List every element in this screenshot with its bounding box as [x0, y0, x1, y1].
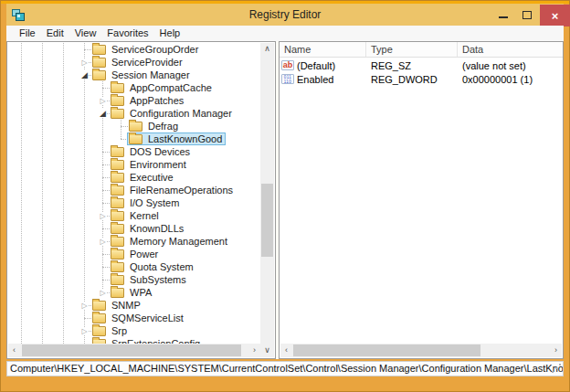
expander-expanded-icon[interactable]: ◢: [99, 109, 107, 118]
menu-file[interactable]: File: [14, 26, 41, 41]
menu-help[interactable]: Help: [154, 26, 186, 41]
scroll-right-icon[interactable]: ›: [248, 344, 260, 356]
tree-item-label: Session Manager: [109, 69, 193, 81]
tree-connector[interactable]: ▷: [79, 299, 90, 312]
tree-item-memory-management[interactable]: ▷Memory Management: [8, 235, 260, 248]
scroll-left-icon[interactable]: ‹: [8, 344, 20, 356]
folder-icon: [111, 160, 124, 170]
expander-collapsed-icon[interactable]: ▷: [99, 212, 106, 220]
tree-item-label: SrpExtensionConfig: [109, 338, 203, 344]
folder-icon: [111, 262, 124, 272]
folder-icon: [111, 237, 124, 247]
tree-item-configuration-manager[interactable]: ◢Configuration Manager: [8, 107, 260, 120]
tree-item-knowndlls[interactable]: KnownDLLs: [8, 222, 260, 235]
folder-icon: [129, 122, 142, 132]
expander-collapsed-icon[interactable]: ▷: [80, 327, 88, 335]
tree-item-kernel[interactable]: ▷Kernel: [8, 209, 260, 222]
menu-view[interactable]: View: [69, 26, 102, 41]
tree-item-quota-system[interactable]: Quota System: [8, 260, 260, 273]
scroll-left-icon[interactable]: ‹: [280, 344, 292, 356]
tree-item-label: I/O System: [127, 197, 182, 209]
tree-item-lastknowngood[interactable]: LastKnownGood: [8, 132, 260, 145]
tree-item-serviceprovider[interactable]: ▷ServiceProvider: [8, 56, 260, 69]
scroll-down-icon[interactable]: ∨: [261, 345, 273, 357]
expander-collapsed-icon[interactable]: ▷: [80, 302, 88, 310]
column-header-type[interactable]: Type: [366, 42, 458, 57]
tree-item-label: Power: [127, 249, 161, 260]
tree-item-subsystems[interactable]: SubSystems: [8, 273, 260, 286]
scroll-right-icon[interactable]: ›: [550, 344, 562, 356]
expander-expanded-icon[interactable]: ◢: [80, 70, 89, 79]
tree-item-srp[interactable]: ▷Srp: [8, 324, 260, 337]
folder-icon: [111, 198, 124, 208]
tree-connector[interactable]: ▷: [79, 56, 90, 69]
tree-item-servicegrouporder[interactable]: ServiceGroupOrder: [8, 43, 260, 56]
tree-item-label: Quota System: [127, 261, 196, 273]
maximize-button[interactable]: [517, 5, 537, 25]
tree-item-label: Kernel: [127, 210, 162, 222]
tree-item-i-o-system[interactable]: I/O System: [8, 196, 260, 209]
menu-edit[interactable]: Edit: [41, 26, 69, 41]
folder-icon: [111, 275, 124, 285]
tree-horizontal-scrollbar[interactable]: ‹ ›: [8, 344, 260, 357]
value-row-enabled[interactable]: 011 110 Enabled REG_DWORD 0x00000001 (1): [280, 72, 563, 86]
tree-item-appcompatcache[interactable]: AppCompatCache: [8, 81, 260, 94]
tree-hscroll-thumb[interactable]: [22, 344, 241, 356]
tree-item-apppatches[interactable]: ▷AppPatches: [8, 94, 260, 107]
tree-item-sqmservicelist[interactable]: SQMServiceList: [8, 312, 260, 324]
registry-editor-window: Registry Editor × File Edit View Favorit…: [0, 0, 570, 392]
tree-item-session-manager[interactable]: ◢Session Manager: [8, 69, 260, 81]
tree-item-label: SQMServiceList: [109, 313, 186, 324]
tree-item-snmp[interactable]: ▷SNMP: [8, 299, 260, 312]
tree-connector[interactable]: ◢: [79, 69, 90, 81]
column-header-data[interactable]: Data: [458, 42, 563, 57]
minimize-button[interactable]: [493, 5, 513, 25]
tree-vertical-scrollbar[interactable]: ∧ ∨: [260, 43, 274, 357]
selected-tree-item-highlight: LastKnownGood: [127, 132, 226, 145]
expander-collapsed-icon[interactable]: ▷: [99, 97, 106, 105]
close-button[interactable]: ×: [540, 5, 570, 26]
title-bar[interactable]: Registry Editor ×: [6, 4, 564, 26]
tree-item-dos-devices[interactable]: DOS Devices: [8, 145, 260, 158]
tree-connector[interactable]: ◢: [97, 107, 109, 120]
tree-connector: [79, 337, 90, 344]
dword-value-icon: 011 110: [281, 74, 294, 84]
tree-connector: [97, 260, 109, 273]
value-data: (value not set): [458, 60, 563, 71]
value-data: 0x00000001 (1): [458, 74, 563, 85]
tree-vscroll-thumb[interactable]: [261, 184, 273, 257]
tree-connector: [115, 120, 127, 132]
tree-connector[interactable]: ▷: [79, 324, 90, 337]
tree-item-filerenameoperations[interactable]: FileRenameOperations: [8, 184, 260, 196]
tree-item-power[interactable]: Power: [8, 248, 260, 260]
folder-icon: [92, 301, 106, 311]
tree-item-label: FileRenameOperations: [127, 185, 236, 196]
tree-connector: [97, 196, 109, 209]
values-horizontal-scrollbar[interactable]: ‹ ›: [280, 344, 562, 357]
status-bar: Computer\HKEY_LOCAL_MACHINE\SYSTEM\Curre…: [6, 361, 564, 376]
selected-key-path: Computer\HKEY_LOCAL_MACHINE\SYSTEM\Curre…: [10, 363, 564, 374]
expander-collapsed-icon[interactable]: ▷: [99, 289, 106, 297]
tree-item-environment[interactable]: Environment: [8, 158, 260, 171]
value-row-default[interactable]: ab (Default) REG_SZ (value not set): [280, 58, 563, 72]
tree-connector: [79, 312, 90, 324]
tree-connector[interactable]: ▷: [97, 286, 109, 299]
value-type: REG_SZ: [366, 60, 458, 71]
resize-grip-icon[interactable]: [551, 364, 561, 374]
scroll-up-icon[interactable]: ∧: [261, 43, 273, 55]
column-header-name[interactable]: Name: [280, 42, 366, 57]
tree-connector[interactable]: ▷: [97, 235, 109, 248]
tree-item-srpextensionconfig[interactable]: SrpExtensionConfig: [8, 337, 260, 344]
tree-connector[interactable]: ▷: [97, 209, 109, 222]
values-hscroll-thumb[interactable]: [293, 344, 480, 356]
tree-item-defrag[interactable]: Defrag: [8, 120, 260, 132]
tree-item-label: LastKnownGood: [145, 133, 225, 145]
tree-item-label: SubSystems: [127, 274, 189, 286]
expander-collapsed-icon[interactable]: ▷: [99, 238, 106, 246]
tree-connector: [97, 171, 109, 184]
menu-favorites[interactable]: Favorites: [101, 26, 153, 41]
expander-collapsed-icon[interactable]: ▷: [80, 58, 88, 67]
tree-item-wpa[interactable]: ▷WPA: [8, 286, 260, 299]
tree-item-executive[interactable]: Executive: [8, 171, 260, 184]
tree-connector[interactable]: ▷: [97, 94, 109, 107]
